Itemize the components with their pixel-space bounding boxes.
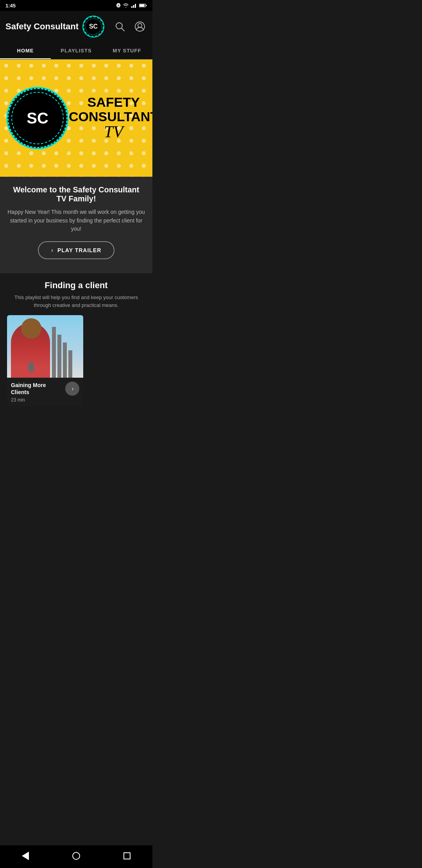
playlist-description: This playlist will help you find and kee… xyxy=(7,294,145,309)
play-chevron-icon: › xyxy=(51,247,54,254)
welcome-section: Welcome to the Safety Consultant TV Fami… xyxy=(0,177,152,273)
hero-title-tv: TV xyxy=(69,122,152,141)
status-bar: 1:45 🅐 xyxy=(0,0,152,11)
app-title: Safety Consultant xyxy=(5,22,79,32)
video-card-body: Gaining More Clients 23 min › xyxy=(7,378,83,407)
chevron-right-icon: › xyxy=(72,386,74,392)
header-left: Safety Consultant SC xyxy=(5,16,104,38)
person-icon xyxy=(134,21,145,32)
profile-button[interactable] xyxy=(133,20,147,34)
microphone-icon xyxy=(29,362,34,372)
svg-rect-5 xyxy=(146,5,147,6)
hero-text: SAFETY CONSULTANT TV xyxy=(69,95,152,142)
signal-icon xyxy=(131,3,137,8)
battery-icon xyxy=(139,3,147,8)
video-card-0[interactable]: Gaining More Clients 23 min › xyxy=(7,315,83,407)
search-icon xyxy=(115,22,125,32)
video-duration: 23 min xyxy=(11,397,62,403)
pipe-icon xyxy=(52,327,56,378)
pipe-icon xyxy=(68,350,72,378)
video-info: Gaining More Clients 23 min xyxy=(11,382,62,403)
hero-banner: SC SAFETY CONSULTANT TV xyxy=(0,59,152,177)
playlist-section: Finding a client This playlist will help… xyxy=(0,273,152,407)
hero-logo: SC xyxy=(6,87,69,149)
header: Safety Consultant SC xyxy=(0,11,152,42)
svg-rect-0 xyxy=(131,6,132,8)
header-logo-text: SC xyxy=(89,23,98,30)
hero-title-line1: SAFETY xyxy=(69,95,152,109)
tab-mystuff[interactable]: MY STUFF xyxy=(102,42,152,59)
wifi-icon xyxy=(123,3,129,8)
svg-rect-2 xyxy=(135,4,136,8)
status-icons: 🅐 xyxy=(116,3,147,8)
header-logo: SC xyxy=(82,16,104,38)
tab-home[interactable]: HOME xyxy=(0,42,51,59)
hero-title-line2: CONSULTANT xyxy=(69,109,152,124)
header-icons xyxy=(113,20,147,34)
hero-logo-text: SC xyxy=(27,109,48,127)
pipe-icon xyxy=(63,343,67,378)
video-thumbnail xyxy=(7,315,83,378)
welcome-body: Happy New Year! This month we will work … xyxy=(7,208,145,233)
svg-rect-4 xyxy=(139,4,145,7)
svg-rect-1 xyxy=(133,5,134,8)
tab-playlists[interactable]: PLAYLISTS xyxy=(51,42,102,59)
video-title: Gaining More Clients xyxy=(11,382,62,396)
notification-icon: 🅐 xyxy=(116,3,121,8)
search-button[interactable] xyxy=(113,20,127,33)
video-next-button[interactable]: › xyxy=(65,382,79,396)
playlist-title: Finding a client xyxy=(7,280,145,291)
industry-bg xyxy=(52,327,83,378)
nav-tabs: HOME PLAYLISTS MY STUFF xyxy=(0,42,152,59)
welcome-heading: Welcome to the Safety Consultant TV Fami… xyxy=(7,185,145,203)
person-head xyxy=(21,318,41,339)
status-time: 1:45 xyxy=(5,3,16,9)
bottom-spacer xyxy=(0,407,152,430)
play-trailer-button[interactable]: › PLAY TRAILER xyxy=(38,241,115,259)
svg-point-9 xyxy=(138,23,142,27)
svg-line-7 xyxy=(122,28,124,31)
play-trailer-label: PLAY TRAILER xyxy=(57,247,101,253)
pipe-icon xyxy=(57,335,61,378)
